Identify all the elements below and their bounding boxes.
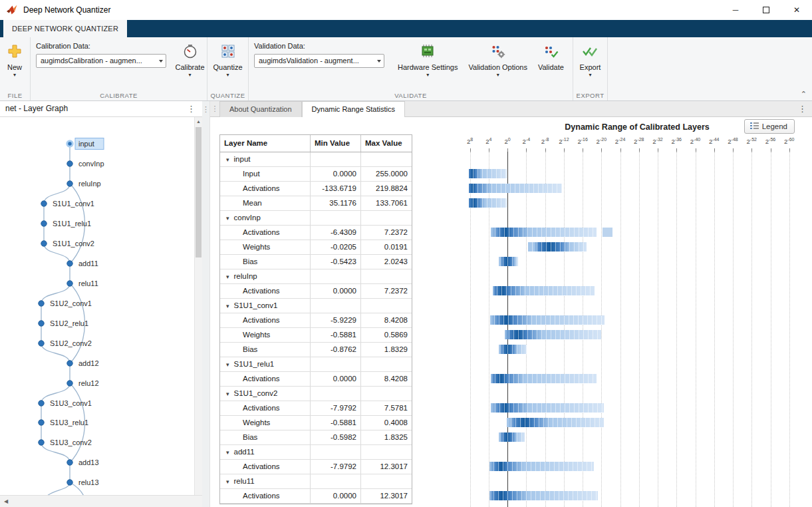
table-data-row[interactable]: Input0.0000255.0000 [220, 167, 412, 182]
axis-tick-label: 2-28 [634, 137, 644, 145]
value-cell: 255.0000 [361, 167, 412, 181]
document-menu-kebab-icon[interactable]: ⋮ [798, 101, 807, 116]
histogram-row [466, 254, 808, 269]
table-data-row[interactable]: Bias-0.87621.8329 [220, 343, 412, 357]
table-data-row[interactable]: Activations-7.97927.5781 [220, 401, 412, 416]
histogram-row [466, 327, 808, 342]
axis-tick-label: 2-48 [728, 137, 738, 145]
layer-node[interactable] [39, 401, 44, 406]
tab-dynamic-range-statistics[interactable]: Dynamic Range Statistics [302, 101, 405, 118]
collapse-caret-icon[interactable]: ▾ [226, 446, 229, 459]
collapse-caret-icon[interactable]: ▾ [226, 153, 229, 166]
collapse-caret-icon[interactable]: ▾ [226, 387, 229, 401]
validation-data-label: Validation Data: [254, 42, 384, 50]
panel-splitter[interactable]: ⋮ [202, 101, 210, 507]
table-data-row[interactable]: Activations-7.979212.3017 [220, 460, 412, 474]
collapse-caret-icon[interactable]: ▾ [226, 358, 229, 371]
table-data-row[interactable]: Weights-0.58810.4008 [220, 416, 412, 430]
value-cell [361, 269, 412, 283]
tab-about-quantization[interactable]: About Quantization [219, 101, 302, 117]
table-group-row[interactable]: ▾convInp [220, 211, 412, 226]
table-group-row[interactable]: ▾S1U1_conv1 [220, 299, 412, 313]
validation-data-dropdown[interactable]: augimdsValidation - augment... [254, 54, 384, 68]
histogram-bar [499, 432, 525, 442]
layer-node[interactable] [39, 321, 44, 326]
table-data-row[interactable]: Bias-0.54232.0243 [220, 255, 412, 269]
value-cell: -0.5881 [311, 416, 361, 430]
hardware-board-icon [420, 42, 436, 61]
layer-graph-canvas[interactable]: inputconvInpreluInpS1U1_conv1S1U1_relu1S… [0, 117, 194, 495]
calibrate-button[interactable]: Calibrate ▾ [173, 42, 207, 77]
table-data-row[interactable]: Activations-5.92298.4208 [220, 313, 412, 328]
layer-node[interactable] [39, 301, 44, 306]
layer-node[interactable] [41, 201, 47, 206]
column-header-min-value[interactable]: Min Value [311, 135, 361, 152]
toolstrip-tab-deep-network-quantizer[interactable]: DEEP NETWORK QUANTIZER [3, 20, 127, 37]
maximize-button[interactable] [751, 0, 781, 20]
layer-node[interactable] [67, 181, 72, 186]
minimize-button[interactable]: ─ [720, 0, 751, 20]
table-group-row[interactable]: ▾S1U1_conv2 [220, 387, 412, 401]
layer-node[interactable] [41, 241, 47, 246]
layer-node[interactable] [39, 440, 44, 445]
layer-node[interactable] [39, 341, 44, 346]
table-data-row[interactable]: Activations0.000012.3017 [220, 489, 412, 504]
collapse-caret-icon[interactable]: ▾ [226, 475, 229, 488]
hardware-settings-button[interactable]: Hardware Settings ▾ [398, 42, 458, 77]
validation-options-button[interactable]: Validation Options ▾ [469, 42, 527, 77]
layer-node[interactable] [67, 141, 72, 146]
table-group-row[interactable]: ▾add11 [220, 445, 412, 460]
graph-horizontal-scrollbar[interactable]: ◀ [0, 495, 202, 507]
table-data-row[interactable]: Weights-0.02050.0191 [220, 240, 412, 255]
layer-node[interactable] [39, 420, 44, 425]
legend-button[interactable]: Legend [744, 119, 795, 134]
scroll-left-icon[interactable]: ◀ [1, 496, 11, 507]
table-group-row[interactable]: ▾reluInp [220, 269, 412, 284]
export-button[interactable]: Export ▾ [580, 42, 601, 77]
calibration-data-dropdown[interactable]: augimdsCalibration - augmen... [36, 54, 166, 68]
histogram-bar [469, 198, 507, 208]
column-header-layer-name[interactable]: Layer Name [220, 135, 311, 152]
column-header-max-value[interactable]: Max Value [361, 135, 412, 152]
layer-node[interactable] [67, 281, 72, 286]
layer-node[interactable] [67, 261, 72, 266]
vertical-scroll-thumb[interactable] [196, 127, 202, 257]
table-data-row[interactable]: Mean35.1176133.7061 [220, 196, 412, 211]
collapse-caret-icon[interactable]: ▾ [226, 212, 229, 225]
collapse-caret-icon[interactable]: ▾ [226, 270, 229, 283]
collapse-caret-icon[interactable]: ▾ [226, 299, 229, 313]
table-group-row[interactable]: ▾relu11 [220, 474, 412, 489]
layer-node[interactable] [41, 221, 47, 226]
validate-button[interactable]: Validate [538, 42, 564, 71]
statistics-table: Layer Name Min Value Max Value ▾inputInp… [219, 134, 412, 504]
collapse-ribbon-button[interactable]: ⌃ [801, 90, 807, 97]
histogram-row [466, 166, 808, 181]
histogram-bar [528, 242, 587, 252]
row-label: Weights [220, 328, 311, 342]
table-data-row[interactable]: Activations0.00008.4208 [220, 372, 412, 387]
graph-vertical-scrollbar[interactable]: ▲ [194, 117, 202, 495]
table-data-row[interactable]: Activations-6.43097.2372 [220, 226, 412, 240]
row-label: Activations [220, 460, 311, 474]
histogram-row [466, 415, 808, 430]
table-data-row[interactable]: Activations-133.6719219.8824 [220, 182, 412, 196]
layer-node[interactable] [67, 381, 72, 386]
table-data-row[interactable]: Activations0.00007.2372 [220, 284, 412, 299]
layer-node-label: S1U1_relu1 [53, 220, 91, 228]
layer-node[interactable] [67, 161, 72, 166]
table-group-row[interactable]: ▾S1U1_relu1 [220, 357, 412, 372]
table-group-row[interactable]: ▾input [220, 152, 412, 167]
quantize-button[interactable]: Quantize ▾ [213, 42, 242, 77]
new-button[interactable]: New ▾ [7, 42, 22, 77]
panel-menu-kebab-icon[interactable]: ⋮ [187, 101, 196, 116]
layer-node[interactable] [67, 361, 72, 366]
histogram-row [466, 181, 808, 196]
table-data-row[interactable]: Weights-0.58810.5869 [220, 328, 412, 343]
close-button[interactable]: ✕ [781, 0, 812, 20]
layer-node[interactable] [67, 460, 72, 465]
layer-node[interactable] [67, 480, 72, 485]
table-data-row[interactable]: Bias-0.59821.8325 [220, 430, 412, 445]
axis-tick-label: 2-32 [652, 137, 662, 145]
value-cell: -133.6719 [311, 182, 361, 196]
scroll-up-icon[interactable]: ▲ [195, 117, 202, 126]
